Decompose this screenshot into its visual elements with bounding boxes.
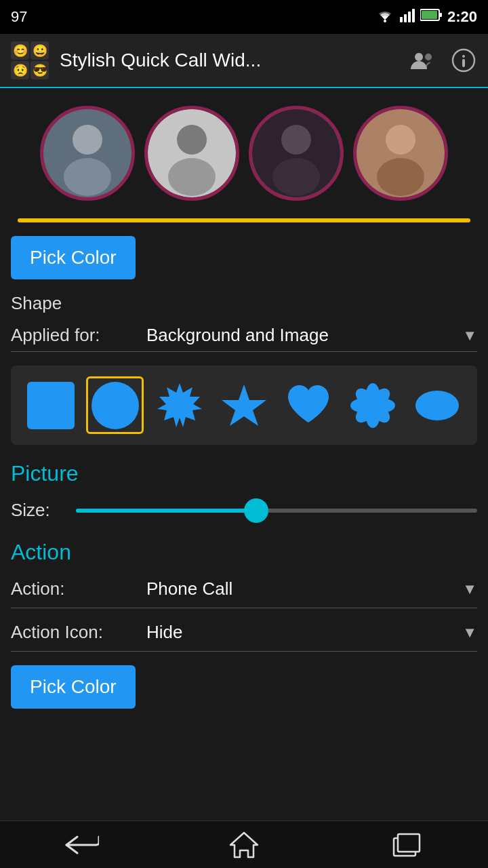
size-slider[interactable]: [76, 509, 477, 513]
emoji-1: 😊: [11, 41, 29, 60]
size-label: Size:: [11, 500, 65, 521]
svg-rect-1: [400, 17, 403, 22]
shape-burst[interactable]: [150, 376, 208, 434]
wifi-icon: [375, 7, 394, 26]
shape-flower[interactable]: [344, 376, 401, 434]
action-icon-row: Action Icon: Hide ▼: [11, 622, 477, 652]
svg-rect-28: [357, 109, 445, 197]
home-button[interactable]: [224, 831, 264, 859]
status-left: 97: [11, 8, 27, 26]
bottom-nav: [0, 821, 488, 868]
emoji-4: 😎: [30, 61, 49, 79]
app-title: Stylish Quick Call Wid...: [60, 50, 399, 71]
back-button[interactable]: [61, 831, 102, 859]
svg-rect-12: [462, 59, 465, 67]
time: 2:20: [447, 8, 477, 26]
contact-avatar-3[interactable]: [249, 106, 344, 201]
svg-point-11: [462, 55, 465, 58]
slider-thumb[interactable]: [244, 498, 268, 523]
svg-rect-2: [404, 14, 407, 22]
svg-point-40: [415, 391, 459, 420]
action-value: Phone Call: [146, 578, 462, 599]
app-bar: 😊 😀 😟 😎 Stylish Quick Call Wid...: [0, 34, 488, 88]
svg-marker-30: [222, 384, 266, 426]
emoji-2: 😀: [30, 41, 49, 60]
svg-point-9: [425, 54, 432, 60]
status-right: 2:20: [375, 7, 477, 26]
svg-rect-16: [43, 109, 131, 197]
action-icon-value: Hide: [146, 622, 462, 643]
svg-marker-29: [157, 383, 202, 427]
people-icon[interactable]: [409, 47, 436, 74]
size-slider-row: Size:: [11, 500, 477, 521]
action-heading: Action: [11, 540, 477, 565]
applied-for-value: Background and Image: [146, 325, 462, 346]
shape-square[interactable]: [22, 376, 79, 434]
battery-percent: 97: [11, 8, 27, 26]
emoji-3: 😟: [11, 61, 29, 79]
battery-icon: [420, 8, 442, 26]
svg-rect-6: [439, 13, 442, 17]
info-icon[interactable]: [450, 47, 477, 74]
svg-rect-24: [252, 109, 340, 197]
pick-color-button-2[interactable]: Pick Color: [11, 665, 136, 709]
shape-label: Shape: [11, 293, 477, 314]
shape-heart[interactable]: [279, 376, 337, 434]
svg-rect-3: [408, 12, 411, 22]
svg-rect-4: [412, 9, 415, 22]
action-icon-label: Action Icon:: [11, 622, 146, 643]
app-icon: 😊 😀 😟 😎: [11, 41, 49, 79]
svg-rect-20: [148, 109, 236, 197]
picture-heading: Picture: [11, 461, 477, 486]
shape-star[interactable]: [215, 376, 272, 434]
applied-for-label: Applied for:: [11, 325, 146, 346]
svg-point-0: [384, 20, 386, 22]
svg-rect-7: [422, 11, 437, 19]
yellow-line: [18, 218, 470, 222]
action-row: Action: Phone Call ▼: [11, 578, 477, 608]
shape-circle[interactable]: [86, 376, 144, 434]
signal-icon: [400, 7, 415, 26]
action-dropdown-arrow[interactable]: ▼: [462, 580, 477, 598]
svg-point-39: [365, 397, 381, 414]
action-label: Action:: [11, 578, 146, 599]
shape-selector: [11, 366, 477, 445]
contacts-row: [11, 99, 477, 208]
svg-rect-42: [398, 834, 420, 852]
main-content: Pick Color Shape Applied for: Background…: [0, 88, 488, 821]
contact-avatar-2[interactable]: [144, 106, 239, 201]
applied-for-dropdown-arrow[interactable]: ▼: [462, 327, 477, 344]
status-bar: 97 2:20: [0, 0, 488, 34]
contact-avatar-1[interactable]: [40, 106, 135, 201]
pick-color-button-1[interactable]: Pick Color: [11, 236, 136, 279]
svg-point-8: [415, 53, 423, 61]
applied-for-row: Applied for: Background and Image ▼: [11, 325, 477, 352]
recents-button[interactable]: [386, 831, 427, 859]
app-bar-icons: [409, 47, 477, 74]
contact-avatar-4[interactable]: [353, 106, 448, 201]
shape-oval[interactable]: [408, 376, 466, 434]
action-icon-dropdown-arrow[interactable]: ▼: [462, 624, 477, 642]
